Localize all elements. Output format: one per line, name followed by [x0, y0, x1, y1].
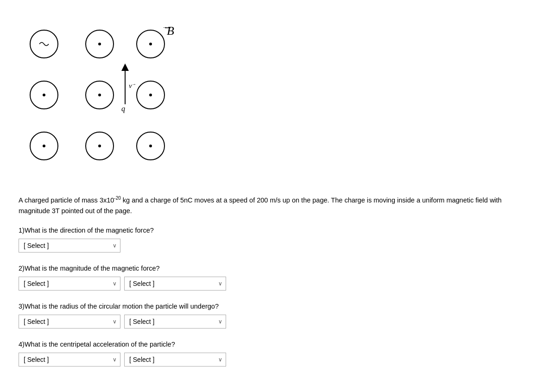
question-1-selects: [ Select ] Left (West) Right (East) Up D… [19, 239, 537, 253]
magnetic-field-diagram: B → v → q [19, 14, 195, 181]
svg-text:q: q [121, 105, 125, 113]
problem-text-part2: kg and a charge of 5nC moves at a speed … [121, 196, 502, 204]
question-1: 1)What is the direction of the magnetic … [19, 227, 537, 253]
question-3-select-1[interactable]: [ Select ] 0.1 0.2 0.4 1.0 [19, 315, 120, 329]
problem-text-part1: A charged particle of mass 3x10 [19, 196, 114, 204]
exponent: -20 [114, 196, 120, 201]
question-4: 4)What is the centripetal acceleration o… [19, 341, 537, 367]
problem-text-part3: magnitude 3T pointed out of the page. [19, 207, 132, 215]
problem-description: A charged particle of mass 3x10-20 kg an… [19, 195, 528, 216]
question-4-selects: [ Select ] 1 x 10¹⁰ 5 x 10⁹ 2 x 10¹⁰ 4 x… [19, 353, 537, 367]
question-2-selects: [ Select ] 1 x 10⁻⁵ 3 x 10⁻⁶ 3 x 10⁻⁵ 5 … [19, 277, 537, 291]
svg-point-22 [149, 145, 152, 147]
question-2-select-wrapper-1[interactable]: [ Select ] 1 x 10⁻⁵ 3 x 10⁻⁶ 3 x 10⁻⁵ 5 … [19, 277, 120, 291]
question-2-label: 2)What is the magnitude of the magnetic … [19, 265, 537, 272]
question-2-select-2[interactable]: [ Select ] N mN μN nN [124, 277, 226, 291]
question-2-select-wrapper-2[interactable]: [ Select ] N mN μN nN [124, 277, 226, 291]
svg-point-11 [98, 94, 101, 96]
question-4-select-wrapper-2[interactable]: [ Select ] m/s² cm/s² km/s² [124, 353, 226, 367]
question-2-select-1[interactable]: [ Select ] 1 x 10⁻⁵ 3 x 10⁻⁶ 3 x 10⁻⁵ 5 … [19, 277, 120, 291]
svg-point-20 [98, 145, 101, 147]
svg-text:→: → [162, 24, 168, 31]
svg-point-18 [43, 145, 45, 147]
svg-text:→: → [132, 82, 136, 87]
question-3: 3)What is the radius of the circular mot… [19, 303, 537, 329]
svg-point-4 [149, 43, 152, 45]
question-3-select-2[interactable]: [ Select ] m cm mm km [124, 315, 226, 329]
question-4-select-1[interactable]: [ Select ] 1 x 10¹⁰ 5 x 10⁹ 2 x 10¹⁰ 4 x… [19, 353, 120, 367]
question-1-select-1[interactable]: [ Select ] Left (West) Right (East) Up D… [19, 239, 120, 253]
question-1-label: 1)What is the direction of the magnetic … [19, 227, 537, 234]
svg-point-2 [98, 43, 101, 45]
question-4-select-2[interactable]: [ Select ] m/s² cm/s² km/s² [124, 353, 226, 367]
question-4-label: 4)What is the centripetal acceleration o… [19, 341, 537, 348]
svg-point-9 [43, 94, 45, 96]
svg-text:B: B [167, 24, 174, 38]
question-3-selects: [ Select ] 0.1 0.2 0.4 1.0 [ Select ] m … [19, 315, 537, 329]
question-2: 2)What is the magnitude of the magnetic … [19, 265, 537, 291]
svg-point-16 [149, 94, 152, 96]
question-1-select-wrapper-1[interactable]: [ Select ] Left (West) Right (East) Up D… [19, 239, 120, 253]
question-4-select-wrapper-1[interactable]: [ Select ] 1 x 10¹⁰ 5 x 10⁹ 2 x 10¹⁰ 4 x… [19, 353, 120, 367]
question-3-select-wrapper-2[interactable]: [ Select ] m cm mm km [124, 315, 226, 329]
question-3-select-wrapper-1[interactable]: [ Select ] 0.1 0.2 0.4 1.0 [19, 315, 120, 329]
question-3-label: 3)What is the radius of the circular mot… [19, 303, 537, 310]
